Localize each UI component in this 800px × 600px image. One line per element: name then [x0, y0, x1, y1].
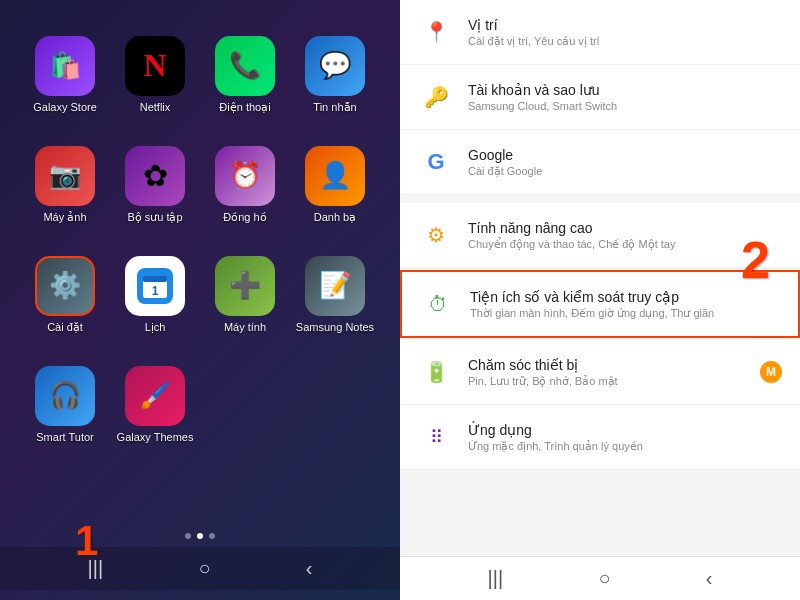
- settings-item-ung-dung[interactable]: ⠿ Ứng dụng Ứng mặc định, Trình quản lý q…: [400, 405, 800, 470]
- tai-khoan-icon: 🔑: [418, 79, 454, 115]
- settings-item-vi-tri[interactable]: 📍 Vị trí Cài đặt vị trí, Yêu cầu vị trí: [400, 0, 800, 65]
- tinh-nang-title: Tính năng nâng cao: [468, 220, 782, 236]
- tai-khoan-subtitle: Samsung Cloud, Smart Switch: [468, 100, 782, 112]
- back-button[interactable]: ‹: [306, 557, 313, 580]
- galaxy-store-label: Galaxy Store: [33, 101, 97, 114]
- netflix-icon: N: [125, 36, 185, 96]
- vi-tri-subtitle: Cài đặt vị trí, Yêu cầu vị trí: [468, 35, 782, 48]
- dong-ho-icon: ⏰: [215, 146, 275, 206]
- google-title: Google: [468, 147, 782, 163]
- app-smart-tutor[interactable]: 🎧 Smart Tutor: [20, 350, 110, 460]
- lich-label: Lịch: [145, 321, 166, 334]
- google-subtitle: Cài đặt Google: [468, 165, 782, 178]
- right-nav-bar: ||| ○ ‹: [400, 556, 800, 600]
- app-may-tinh[interactable]: ➕ Máy tính: [200, 240, 290, 350]
- ung-dung-subtitle: Ứng mặc định, Trình quản lý quyền: [468, 440, 782, 453]
- ung-dung-text: Ứng dụng Ứng mặc định, Trình quản lý quy…: [468, 422, 782, 453]
- danh-ba-label: Danh bạ: [314, 211, 356, 224]
- may-tinh-icon: ➕: [215, 256, 275, 316]
- google-text: Google Cài đặt Google: [468, 147, 782, 178]
- tin-nhan-icon: 💬: [305, 36, 365, 96]
- netflix-label: Netflix: [140, 101, 171, 114]
- vi-tri-icon: 📍: [418, 14, 454, 50]
- app-dong-ho[interactable]: ⏰ Đồng hồ: [200, 130, 290, 240]
- tien-ich-text: Tiện ích số và kiểm soát truy cập Thời g…: [470, 289, 780, 320]
- app-galaxy-themes[interactable]: 🖌️ Galaxy Themes: [110, 350, 200, 460]
- dot-2: [197, 533, 203, 539]
- right-back-button[interactable]: ‹: [706, 567, 713, 590]
- app-netflix[interactable]: N Netflix: [110, 20, 200, 130]
- right-home-button[interactable]: ○: [598, 567, 610, 590]
- tin-nhan-label: Tin nhắn: [313, 101, 356, 114]
- cham-soc-text: Chăm sóc thiết bị Pin, Lưu trữ, Bộ nhớ, …: [468, 357, 782, 388]
- app-danh-ba[interactable]: 👤 Danh bạ: [290, 130, 380, 240]
- dien-thoai-icon: 📞: [215, 36, 275, 96]
- samsung-notes-icon: 📝: [305, 256, 365, 316]
- tien-ich-icon: ⏱: [420, 286, 456, 322]
- vi-tri-title: Vị trí: [468, 17, 782, 33]
- settings-panel: 2 📍 Vị trí Cài đặt vị trí, Yêu cầu vị tr…: [400, 0, 800, 600]
- tinh-nang-text: Tính năng nâng cao Chuyển động và thao t…: [468, 220, 782, 251]
- galaxy-themes-label: Galaxy Themes: [117, 431, 194, 444]
- svg-rect-2: [143, 276, 167, 282]
- settings-item-tinh-nang[interactable]: ⚙ Tính năng nâng cao Chuyển động và thao…: [400, 203, 800, 268]
- vi-tri-text: Vị trí Cài đặt vị trí, Yêu cầu vị trí: [468, 17, 782, 48]
- may-anh-icon: 📷: [35, 146, 95, 206]
- galaxy-store-icon: 🛍️: [35, 36, 95, 96]
- galaxy-themes-icon: 🖌️: [125, 366, 185, 426]
- settings-item-google[interactable]: G Google Cài đặt Google: [400, 130, 800, 195]
- app-tin-nhan[interactable]: 💬 Tin nhắn: [290, 20, 380, 130]
- dien-thoai-label: Điện thoại: [219, 101, 270, 114]
- app-samsung-notes[interactable]: 📝 Samsung Notes: [290, 240, 380, 350]
- svg-text:1: 1: [152, 284, 159, 298]
- app-lich[interactable]: 1 Lịch: [110, 240, 200, 350]
- settings-item-cham-soc[interactable]: 🔋 Chăm sóc thiết bị Pin, Lưu trữ, Bộ nhớ…: [400, 340, 800, 405]
- google-icon: G: [418, 144, 454, 180]
- tien-ich-subtitle: Thời gian màn hình, Đếm giờ ứng dụng, Th…: [470, 307, 780, 320]
- home-button[interactable]: ○: [198, 557, 210, 580]
- samsung-notes-label: Samsung Notes: [296, 321, 374, 334]
- dong-ho-label: Đồng hồ: [223, 211, 266, 224]
- step-number-2: 2: [741, 230, 770, 290]
- app-galaxy-store[interactable]: 🛍️ Galaxy Store: [20, 20, 110, 130]
- bo-suu-tap-icon: ✿: [125, 146, 185, 206]
- app-grid: 🛍️ Galaxy Store N Netflix 📞 Điện thoại 💬…: [10, 10, 390, 528]
- settings-item-tai-khoan[interactable]: 🔑 Tài khoản và sao lưu Samsung Cloud, Sm…: [400, 65, 800, 130]
- cham-soc-title: Chăm sóc thiết bị: [468, 357, 782, 373]
- smart-tutor-label: Smart Tutor: [36, 431, 93, 444]
- smart-tutor-icon: 🎧: [35, 366, 95, 426]
- lich-icon: 1: [125, 256, 185, 316]
- danh-ba-icon: 👤: [305, 146, 365, 206]
- app-cai-dat[interactable]: ⚙️ Cài đặt: [20, 240, 110, 350]
- cham-soc-icon: 🔋: [418, 354, 454, 390]
- tai-khoan-text: Tài khoản và sao lưu Samsung Cloud, Smar…: [468, 82, 782, 112]
- app-bo-suu-tap[interactable]: ✿ Bộ sưu tập: [110, 130, 200, 240]
- tien-ich-title: Tiện ích số và kiểm soát truy cập: [470, 289, 780, 305]
- ung-dung-icon: ⠿: [418, 419, 454, 455]
- page-dots: [185, 533, 215, 539]
- home-screen: 🛍️ Galaxy Store N Netflix 📞 Điện thoại 💬…: [0, 0, 400, 600]
- update-badge: M: [760, 361, 782, 383]
- dot-1: [185, 533, 191, 539]
- cham-soc-subtitle: Pin, Lưu trữ, Bộ nhớ, Bảo mật: [468, 375, 782, 388]
- settings-item-tien-ich[interactable]: ⏱ Tiện ích số và kiểm soát truy cập Thời…: [400, 270, 800, 338]
- left-nav-bar: ||| ○ ‹: [0, 547, 400, 590]
- ung-dung-title: Ứng dụng: [468, 422, 782, 438]
- cai-dat-label: Cài đặt: [47, 321, 83, 334]
- tai-khoan-title: Tài khoản và sao lưu: [468, 82, 782, 98]
- right-recent-button[interactable]: |||: [488, 567, 504, 590]
- settings-list: 📍 Vị trí Cài đặt vị trí, Yêu cầu vị trí …: [400, 0, 800, 556]
- tinh-nang-icon: ⚙: [418, 217, 454, 253]
- cai-dat-icon: ⚙️: [35, 256, 95, 316]
- may-anh-label: Máy ảnh: [43, 211, 86, 224]
- step-number-1: 1: [75, 517, 98, 565]
- bo-suu-tap-label: Bộ sưu tập: [127, 211, 182, 224]
- tinh-nang-subtitle: Chuyển động và thao tác, Chế độ Một tay: [468, 238, 782, 251]
- app-may-anh[interactable]: 📷 Máy ảnh: [20, 130, 110, 240]
- may-tinh-label: Máy tính: [224, 321, 266, 334]
- dot-3: [209, 533, 215, 539]
- app-dien-thoai[interactable]: 📞 Điện thoại: [200, 20, 290, 130]
- settings-spacer-1: [400, 195, 800, 203]
